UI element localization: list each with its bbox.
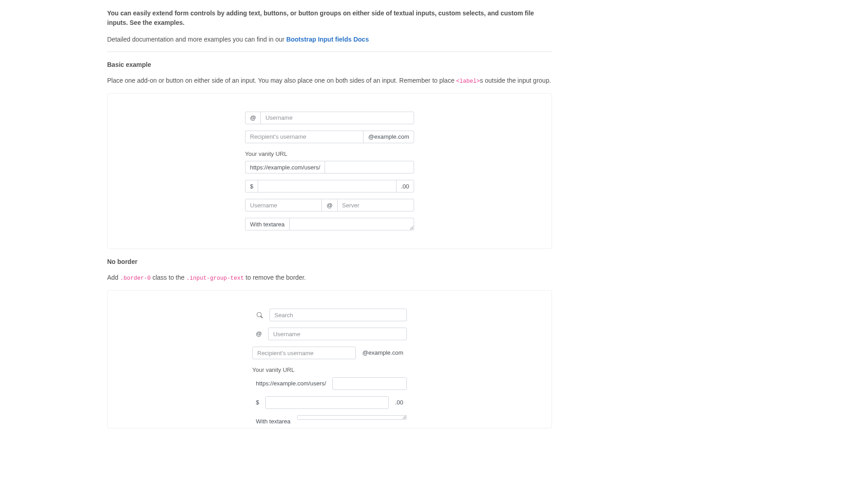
label-code: <label> <box>456 78 480 84</box>
addon-domain: @example.com <box>363 131 414 143</box>
recipient-input[interactable] <box>245 131 363 143</box>
search-input-nb[interactable] <box>269 309 407 321</box>
basic-example-desc: Place one add-on or button on either sid… <box>107 76 552 86</box>
intro-detail: Detailed documentation and more examples… <box>107 35 552 44</box>
intro-lead: You can easily extend form controls by a… <box>107 9 552 28</box>
border-0-code: .border-0 <box>120 275 151 282</box>
recipient-input-nb[interactable] <box>252 347 356 359</box>
username-input-nb[interactable] <box>268 328 407 340</box>
addon-textarea: With textarea <box>245 218 290 230</box>
addon-url-nb: https://example.com/users/ <box>252 377 330 390</box>
amount-input-nb[interactable] <box>265 396 389 409</box>
username-input[interactable] <box>260 112 414 124</box>
amount-input[interactable] <box>258 180 396 192</box>
input-group-textarea-nb: With textarea <box>252 415 407 428</box>
vanity-url-label: Your vanity URL <box>245 150 414 159</box>
vanity-input[interactable] <box>325 161 414 174</box>
input-group-username: @ <box>245 112 414 124</box>
addon-at-middle: @ <box>321 199 337 211</box>
addon-domain-nb: @example.com <box>359 347 407 359</box>
username-input-2[interactable] <box>245 199 322 211</box>
nb-desc-p3: to remove the border. <box>244 274 306 281</box>
basic-desc-prefix: Place one add-on or button on either sid… <box>107 77 456 84</box>
basic-example-title: Basic example <box>107 60 552 70</box>
nb-desc-p2: class to the <box>151 274 186 281</box>
server-input[interactable] <box>337 199 414 211</box>
addon-cents: .00 <box>396 180 414 192</box>
vanity-url-label-nb: Your vanity URL <box>252 366 407 375</box>
input-group-textarea: With textarea <box>245 218 414 230</box>
input-group-vanity: https://example.com/users/ <box>245 161 414 174</box>
no-border-title: No border <box>107 257 552 267</box>
input-group-vanity-nb: https://example.com/users/ <box>252 377 407 390</box>
textarea-input-nb[interactable] <box>297 415 407 420</box>
input-group-amount: $ .00 <box>245 180 414 192</box>
addon-dollar: $ <box>245 180 258 192</box>
input-group-text-code: .input-group-text <box>186 275 244 282</box>
input-group-recipient: @example.com <box>245 131 414 143</box>
addon-at-nb: @ <box>252 328 265 340</box>
addon-at: @ <box>245 112 261 124</box>
vanity-input-nb[interactable] <box>332 377 407 390</box>
addon-dollar-nb: $ <box>252 396 263 409</box>
input-group-search-nb <box>252 309 407 321</box>
textarea-input[interactable] <box>289 218 414 230</box>
nb-desc-p1: Add <box>107 274 120 281</box>
divider <box>107 52 552 52</box>
addon-search-nb <box>252 309 267 321</box>
no-border-example-box: @ @example.com Your vanity URL https://e… <box>107 290 552 428</box>
input-group-amount-nb: $ .00 <box>252 396 407 409</box>
input-group-recipient-nb: @example.com <box>252 347 407 359</box>
input-group-username-nb: @ <box>252 328 407 340</box>
addon-cents-nb: .00 <box>392 396 407 409</box>
addon-url: https://example.com/users/ <box>245 161 325 174</box>
no-border-desc: Add .border-0 class to the .input-group-… <box>107 273 552 283</box>
docs-link[interactable]: Bootstrap Input fields Docs <box>286 36 369 43</box>
addon-textarea-nb: With textarea <box>252 415 294 428</box>
basic-desc-suffix: s outside the input group. <box>480 77 551 84</box>
basic-example-box: @ @example.com Your vanity URL https://e… <box>107 93 552 249</box>
input-group-user-server: @ <box>245 199 414 211</box>
search-icon <box>256 311 263 319</box>
intro-detail-prefix: Detailed documentation and more examples… <box>107 36 286 43</box>
